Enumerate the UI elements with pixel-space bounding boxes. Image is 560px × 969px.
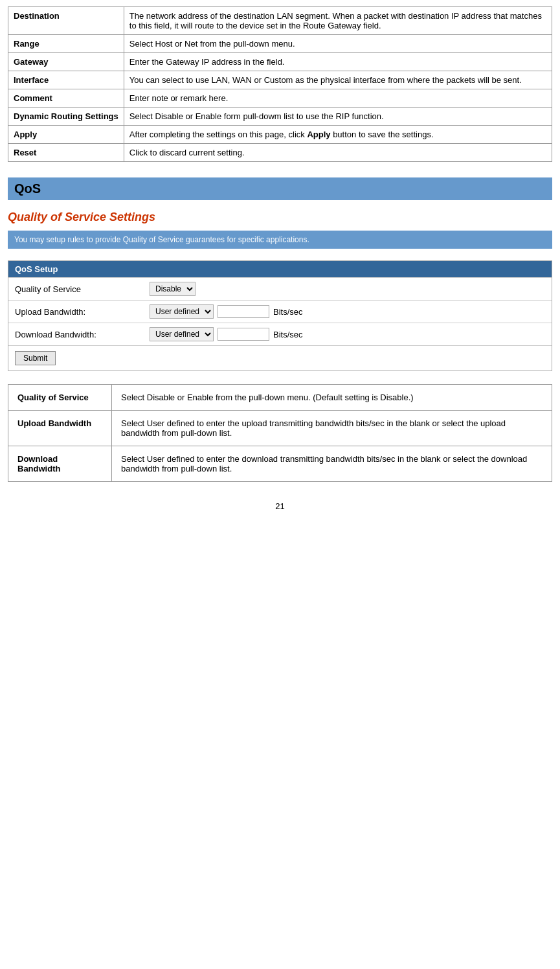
upload-bandwidth-label: Upload Bandwidth:	[15, 307, 144, 317]
qos-header-label: QoS	[14, 181, 41, 196]
desc-term: Download Bandwidth	[8, 446, 112, 482]
desc-table-row: Quality of ServiceSelect Disable or Enab…	[8, 385, 552, 411]
qos-info-banner: You may setup rules to provide Quality o…	[8, 231, 552, 249]
upload-bandwidth-select[interactable]: User defined 64 Kbps 128 Kbps 256 Kbps 5…	[150, 304, 214, 319]
desc-table-row: Download BandwidthSelect User defined to…	[8, 446, 552, 482]
submit-button[interactable]: Submit	[15, 351, 56, 365]
ref-term: Interface	[8, 71, 124, 89]
qos-content-area: Quality of Service Settings You may setu…	[8, 211, 552, 482]
ref-term: Destination	[8, 7, 124, 35]
download-bits-label: Bits/sec	[273, 330, 303, 339]
download-bandwidth-input[interactable]	[218, 328, 269, 341]
qos-description-table: Quality of ServiceSelect Disable or Enab…	[8, 384, 552, 482]
ref-table-row: CommentEnter note or remark here.	[8, 89, 552, 108]
ref-desc: Click to discard current setting.	[124, 144, 552, 162]
desc-term: Quality of Service	[8, 385, 112, 411]
desc-text: Select Disable or Enable from the pull-d…	[112, 385, 552, 411]
quality-of-service-label: Quality of Service	[15, 284, 144, 294]
quality-of-service-row: Quality of Service Disable Enable	[8, 277, 552, 300]
desc-text: Select User defined to enter the downloa…	[112, 446, 552, 482]
ref-term: Comment	[8, 89, 124, 108]
ref-table-row: ApplyAfter completing the settings on th…	[8, 126, 552, 144]
upload-bits-label: Bits/sec	[273, 307, 303, 317]
reference-table: DestinationThe network address of the de…	[8, 6, 552, 162]
ref-desc: The network address of the destination L…	[124, 7, 552, 35]
ref-desc: Enter the Gateway IP address in the fiel…	[124, 53, 552, 71]
ref-table-row: InterfaceYou can select to use LAN, WAN …	[8, 71, 552, 89]
download-bandwidth-row: Download Bandwidth: User defined 64 Kbps…	[8, 323, 552, 345]
upload-bandwidth-controls: User defined 64 Kbps 128 Kbps 256 Kbps 5…	[150, 304, 303, 319]
ref-desc: Select Host or Net from the pull-down me…	[124, 35, 552, 53]
ref-term: Reset	[8, 144, 124, 162]
ref-term: Dynamic Routing Settings	[8, 108, 124, 126]
download-bandwidth-controls: User defined 64 Kbps 128 Kbps 256 Kbps 5…	[150, 327, 303, 341]
upload-bandwidth-input[interactable]	[218, 305, 269, 318]
ref-desc: Select Disable or Enable form pull-dowm …	[124, 108, 552, 126]
download-bandwidth-label: Download Bandwidth:	[15, 330, 144, 339]
qos-section-header: QoS	[8, 177, 552, 200]
ref-term: Range	[8, 35, 124, 53]
quality-of-service-select[interactable]: Disable Enable	[150, 282, 196, 296]
download-bandwidth-select[interactable]: User defined 64 Kbps 128 Kbps 256 Kbps 5…	[150, 327, 214, 341]
ref-term: Gateway	[8, 53, 124, 71]
ref-table-row: Dynamic Routing SettingsSelect Disable o…	[8, 108, 552, 126]
desc-term: Upload Bandwidth	[8, 411, 112, 446]
desc-table-row: Upload BandwidthSelect User defined to e…	[8, 411, 552, 446]
qos-title: Quality of Service Settings	[8, 211, 552, 224]
desc-text: Select User defined to enter the upload …	[112, 411, 552, 446]
quality-of-service-controls: Disable Enable	[150, 282, 196, 296]
qos-setup-box: QoS Setup Quality of Service Disable Ena…	[8, 260, 552, 371]
qos-setup-header: QoS Setup	[8, 261, 552, 277]
ref-term: Apply	[8, 126, 124, 144]
ref-table-row: DestinationThe network address of the de…	[8, 7, 552, 35]
ref-table-row: RangeSelect Host or Net from the pull-do…	[8, 35, 552, 53]
submit-row: Submit	[8, 345, 552, 370]
ref-table-row: GatewayEnter the Gateway IP address in t…	[8, 53, 552, 71]
ref-desc: Enter note or remark here.	[124, 89, 552, 108]
ref-desc: You can select to use LAN, WAN or Custom…	[124, 71, 552, 89]
page-number: 21	[8, 501, 552, 511]
upload-bandwidth-row: Upload Bandwidth: User defined 64 Kbps 1…	[8, 300, 552, 323]
ref-desc: After completing the settings on this pa…	[124, 126, 552, 144]
ref-table-row: ResetClick to discard current setting.	[8, 144, 552, 162]
